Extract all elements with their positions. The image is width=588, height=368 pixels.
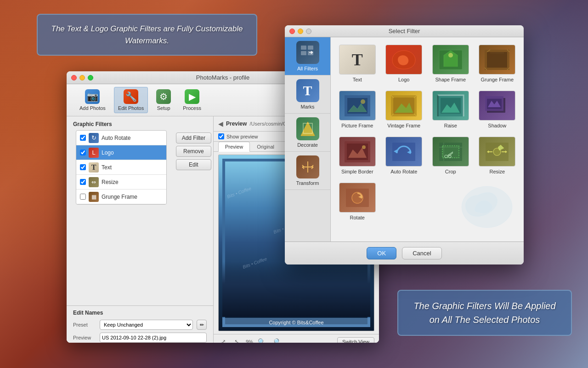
filter-icon-text: T <box>89 162 99 172</box>
svg-rect-7 <box>487 52 507 68</box>
svg-rect-0 <box>301 46 306 50</box>
filter-item-vintage-frame[interactable]: Vintage Frame <box>383 89 425 130</box>
filter-checkbox-text[interactable] <box>80 164 86 170</box>
zoom-out-button[interactable]: 🔎 <box>271 337 281 343</box>
filters-section-title: Graphic Filters <box>67 116 213 130</box>
sidebar-item-all-filters[interactable]: All Filters <box>285 37 330 75</box>
tab-original[interactable]: Original <box>250 142 281 152</box>
tab-preview[interactable]: Preview <box>218 142 250 152</box>
close-button[interactable] <box>71 75 77 80</box>
copyright-bar: Copyright © Bits&Coffee <box>222 318 370 327</box>
app-title: PhotoMarks - profile <box>196 74 249 81</box>
svg-rect-17 <box>487 99 502 109</box>
add-filter-button[interactable]: Add Filter <box>176 132 211 144</box>
process-button[interactable]: ▶ Process <box>179 87 205 113</box>
filter-checkbox-resize[interactable] <box>80 179 86 185</box>
filter-item-rotate[interactable]: Rotate <box>336 181 379 222</box>
zoom-level: 9% <box>246 339 253 343</box>
dialog-minimize-button[interactable] <box>298 29 303 34</box>
nav-back-arrow[interactable]: ◀ <box>218 120 223 127</box>
preview-filename-input[interactable] <box>100 333 207 343</box>
filter-checkbox-autorotate[interactable] <box>80 135 86 141</box>
svg-rect-1 <box>308 46 313 50</box>
bottom-annotation: The Graphic Filters Will Be Applied on A… <box>397 290 572 336</box>
switch-view-button[interactable]: Switch View <box>337 337 374 343</box>
maximize-button[interactable] <box>88 75 93 80</box>
filter-label-rotate: Rotate <box>350 215 365 220</box>
filter-row-text[interactable]: T Text <box>76 160 166 175</box>
left-panel: Graphic Filters ↻ Auto Rotate L Logo <box>67 116 214 343</box>
ok-button[interactable]: OK <box>367 247 396 259</box>
preset-edit-button[interactable]: ✏ <box>197 320 207 330</box>
expand-button[interactable]: ⤢ <box>218 337 228 343</box>
compress-button[interactable]: ⤡ <box>232 337 242 343</box>
filter-thumb-crop <box>432 137 469 167</box>
dialog-footer: OK Cancel <box>285 242 524 264</box>
city-silhouette <box>222 262 370 317</box>
filter-thumb-grunge <box>479 45 515 75</box>
filter-label-shadow: Shadow <box>488 123 506 128</box>
filter-icon-logo: L <box>89 148 99 158</box>
filter-checkbox-logo[interactable] <box>80 150 86 155</box>
add-photos-label: Add Photos <box>79 105 106 111</box>
preset-select[interactable]: Keep Unchanged <box>100 320 193 330</box>
filter-row-grunge[interactable]: ▦ Grunge Frame <box>76 190 166 204</box>
edit-photos-button[interactable]: 🔧 Edit Photos <box>114 87 148 113</box>
filter-row-logo[interactable]: L Logo <box>76 145 166 160</box>
sidebar-item-transform[interactable]: Transform <box>285 152 330 190</box>
sidebar-item-marks[interactable]: T Marks <box>285 75 330 114</box>
filter-label-crop: Crop <box>445 169 456 174</box>
filter-row-autorotate[interactable]: ↻ Auto Rotate <box>76 131 166 145</box>
filter-item-text[interactable]: T Text <box>336 43 379 84</box>
transform-icon <box>296 155 319 178</box>
preview-section-title: Preview <box>226 121 247 127</box>
minimize-button[interactable] <box>79 75 85 80</box>
filter-item-logo[interactable]: Logo <box>383 43 425 84</box>
setup-button[interactable]: ⚙ Setup <box>153 87 175 113</box>
filter-item-grunge-frame[interactable]: Grunge Frame <box>476 43 519 84</box>
remove-filter-button[interactable]: Remove <box>176 146 211 157</box>
filter-thumb-shape <box>432 45 469 75</box>
preview-row: Preview <box>73 333 207 343</box>
filter-icon-grunge: ▦ <box>89 192 99 202</box>
filter-thumb-shadow <box>479 91 515 121</box>
action-buttons: Add Filter Remove Edit <box>171 130 211 205</box>
edit-filter-button[interactable]: Edit <box>176 159 211 170</box>
svg-rect-2 <box>301 51 306 55</box>
filter-thumb-vintage <box>385 91 422 121</box>
filter-checkbox-grunge[interactable] <box>80 194 86 200</box>
dialog-close-button[interactable] <box>289 29 295 34</box>
filter-name-text: Text <box>102 164 112 171</box>
filter-item-auto-rotate[interactable]: Auto Rotate <box>383 135 425 176</box>
filter-icon-autorotate: ↻ <box>89 133 99 143</box>
filter-item-crop[interactable]: Crop <box>430 135 472 176</box>
sidebar-label-decorate: Decorate <box>297 142 318 148</box>
sidebar-item-decorate[interactable]: Decorate <box>285 114 330 152</box>
filter-label-auto-rotate: Auto Rotate <box>390 169 417 174</box>
add-photos-button[interactable]: 📷 Add Photos <box>76 87 109 113</box>
sidebar-label-marks: Marks <box>301 104 315 109</box>
filter-label-simple-border: Simple Border <box>341 169 373 174</box>
process-icon: ▶ <box>185 89 199 104</box>
filter-item-raise[interactable]: Raise <box>430 89 472 130</box>
filter-thumb-rotate <box>339 183 376 213</box>
filter-row-resize[interactable]: ⇔ Resize <box>76 175 166 190</box>
svg-point-10 <box>361 99 365 104</box>
cancel-button[interactable]: Cancel <box>402 247 441 259</box>
setup-label: Setup <box>157 105 170 111</box>
show-preview-checkbox[interactable] <box>218 133 224 139</box>
filter-item-resize[interactable]: Resize <box>476 135 519 176</box>
filter-item-shadow[interactable]: Shadow <box>476 89 519 130</box>
dialog-maximize-button[interactable] <box>306 29 311 34</box>
filter-item-picture-frame[interactable]: Picture Frame <box>336 89 379 130</box>
dialog-titlebar: Select Filter <box>285 25 524 37</box>
edit-photos-icon: 🔧 <box>124 89 138 104</box>
zoom-in-button[interactable]: 🔍 <box>257 337 267 343</box>
filter-sidebar: All Filters T Marks Decorate <box>285 37 331 242</box>
filter-item-simple-border[interactable]: Simple Border <box>336 135 379 176</box>
filters-list: ↻ Auto Rotate L Logo T Text <box>76 130 167 205</box>
filter-item-shape-frame[interactable]: Shape Frame <box>430 43 472 84</box>
show-preview-label: Show preview <box>226 134 258 139</box>
preview-toolbar: ⤢ ⤡ 9% 🔍 🔎 Switch View <box>214 334 379 343</box>
filter-label-resize: Resize <box>489 169 505 174</box>
